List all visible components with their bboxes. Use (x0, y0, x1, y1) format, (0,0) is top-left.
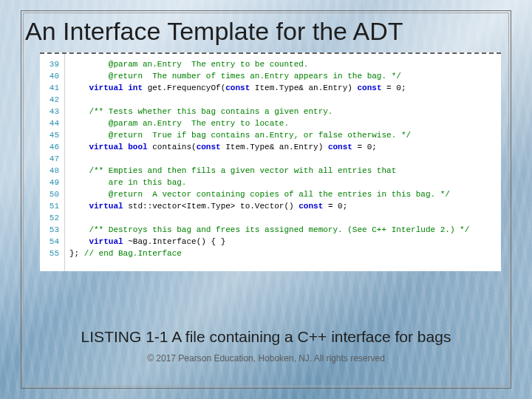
line-number: 50 (40, 188, 59, 200)
line-number: 39 (40, 58, 59, 70)
code-line: @param an.Entry The entry to be counted. (69, 58, 498, 70)
code-line: }; // end Bag.Interface (69, 248, 498, 259)
slide: An Interface Template for the ADT 394041… (0, 0, 532, 399)
line-number-gutter: 3940414243444546474849505152535455 (40, 58, 62, 259)
line-number: 44 (40, 117, 59, 129)
line-number: 48 (40, 165, 59, 177)
code-line: /** Empties and then fills a given vecto… (69, 165, 498, 177)
code-line: virtual ~Bag.Interface() { } (69, 236, 498, 248)
code-line: virtual std::vector<Item.Type> to.Vector… (69, 200, 498, 212)
code-line: virtual int get.FrequencyOf(const Item.T… (69, 82, 498, 94)
copyright-text: © 2017 Pearson Education, Hoboken, NJ. A… (21, 353, 511, 364)
gutter-divider (64, 54, 65, 271)
code-line: @return True if bag contains an.Entry, o… (69, 129, 498, 141)
slide-title: An Interface Template for the ADT (25, 18, 507, 45)
line-number: 52 (40, 212, 59, 224)
code-line (69, 153, 498, 165)
code-line: @param an.Entry The entry to locate. (69, 117, 498, 129)
line-number: 40 (40, 70, 59, 82)
line-number: 41 (40, 82, 59, 94)
line-number: 51 (40, 200, 59, 212)
line-number: 54 (40, 236, 59, 248)
line-number: 45 (40, 129, 59, 141)
code-line (69, 212, 498, 224)
code-line: @return The number of times an.Entry app… (69, 70, 498, 82)
line-number: 47 (40, 153, 59, 165)
code-body: @param an.Entry The entry to be counted.… (69, 58, 498, 259)
line-number: 55 (40, 248, 59, 259)
line-number: 46 (40, 141, 59, 153)
code-line: @return A vector containing copies of al… (69, 188, 498, 200)
code-line: /** Destroys this bag and frees its assi… (69, 224, 498, 236)
listing-caption: LISTING 1-1 A file containing a C++ inte… (21, 328, 511, 346)
code-line: virtual bool contains(const Item.Type& a… (69, 141, 498, 153)
line-number: 53 (40, 224, 59, 236)
line-number: 43 (40, 106, 59, 117)
line-number: 42 (40, 94, 59, 106)
code-line: are in this bag. (69, 177, 498, 188)
code-listing: 3940414243444546474849505152535455 @para… (40, 52, 501, 271)
code-line (69, 94, 498, 106)
code-line: /** Tests whether this bag contains a gi… (69, 106, 498, 117)
content-area: An Interface Template for the ADT 394041… (21, 13, 511, 386)
line-number: 49 (40, 177, 59, 188)
